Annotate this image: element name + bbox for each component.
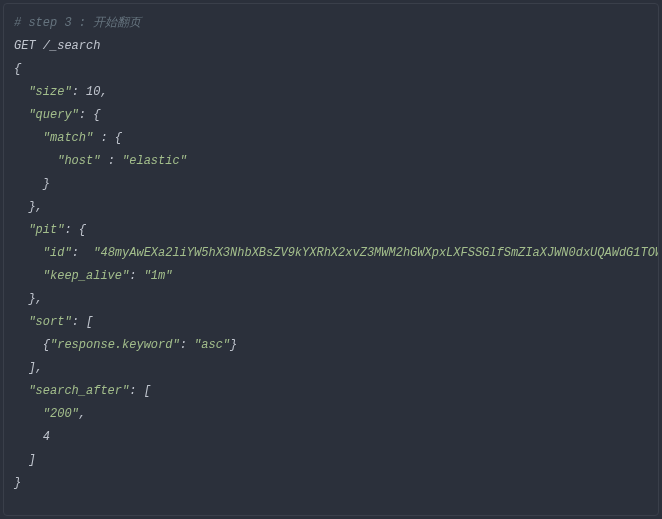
json-key-host: "host" [57, 154, 100, 168]
json-val-sa1: "200" [43, 407, 79, 421]
json-key-keep-alive: "keep_alive" [43, 269, 129, 283]
json-val-size: 10 [86, 85, 100, 99]
json-key-match: "match" [43, 131, 93, 145]
json-key-id: "id" [43, 246, 72, 260]
json-val-host: "elastic" [122, 154, 187, 168]
http-path: /_search [43, 39, 101, 53]
code-block: # step 3 : 开始翻页 GET /_search { "size": 1… [3, 3, 659, 516]
json-key-search-after: "search_after" [28, 384, 129, 398]
json-val-response: "asc" [194, 338, 230, 352]
json-val-keep-alive: "1m" [144, 269, 173, 283]
json-key-sort: "sort" [28, 315, 71, 329]
json-val-id: "48myAwEXa2liYW5hX3NhbXBsZV9kYXRhX2xvZ3M… [93, 246, 659, 260]
json-key-query: "query" [28, 108, 78, 122]
json-val-sa2: 4 [43, 430, 50, 444]
json-key-response: "response.keyword" [50, 338, 180, 352]
json-key-pit: "pit" [28, 223, 64, 237]
http-method: GET [14, 39, 36, 53]
json-key-size: "size" [28, 85, 71, 99]
comment-line: # step 3 : 开始翻页 [14, 16, 141, 30]
